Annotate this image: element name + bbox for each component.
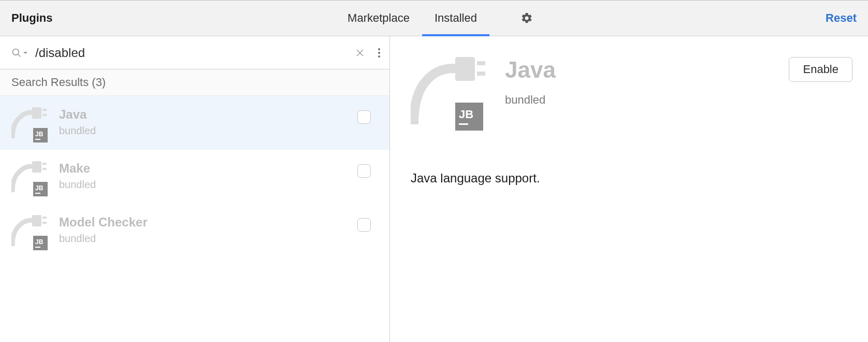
detail-sub: bundled: [505, 93, 789, 107]
plugin-enable-checkbox[interactable]: [357, 218, 371, 232]
search-input[interactable]: [28, 46, 355, 60]
plugin-icon: JB: [11, 215, 48, 246]
jetbrains-badge-icon: JB: [33, 182, 48, 196]
svg-rect-13: [455, 57, 475, 81]
results-header: Search Results (3): [0, 69, 389, 96]
plugin-item-model-checker[interactable]: JB Model Checker bundled: [0, 204, 389, 258]
jetbrains-badge-icon: JB: [455, 103, 483, 131]
reset-button[interactable]: Reset: [826, 11, 857, 25]
svg-rect-10: [32, 215, 41, 226]
svg-rect-11: [42, 217, 47, 219]
svg-rect-6: [42, 114, 47, 116]
plugin-sub: bundled: [59, 179, 357, 191]
svg-rect-12: [42, 222, 47, 224]
results-count: (3): [92, 76, 106, 89]
plugin-name: Java: [59, 107, 357, 122]
svg-rect-7: [32, 161, 41, 173]
close-icon[interactable]: [355, 48, 365, 58]
detail-description: Java language support.: [411, 171, 852, 186]
svg-rect-5: [42, 109, 47, 111]
svg-rect-15: [477, 72, 485, 76]
svg-rect-9: [42, 168, 47, 170]
left-panel: Search Results (3) JB Java bundled JB Ma…: [0, 36, 390, 342]
tab-installed[interactable]: Installed: [422, 1, 489, 36]
jetbrains-badge-icon: JB: [33, 128, 48, 142]
jetbrains-badge-icon: JB: [33, 236, 48, 250]
plugin-icon: JB: [11, 161, 48, 192]
header-bar: Plugins Marketplace Installed Reset: [0, 0, 868, 36]
plugin-sub: bundled: [59, 125, 357, 137]
detail-plugin-icon: JB: [411, 57, 488, 124]
plugin-item-make[interactable]: JB Make bundled: [0, 150, 389, 204]
svg-rect-14: [477, 61, 485, 65]
results-label: Search Results: [11, 76, 89, 89]
svg-rect-8: [42, 163, 47, 165]
plugin-sub: bundled: [59, 233, 357, 245]
page-title: Plugins: [0, 11, 52, 25]
plugin-name: Make: [59, 161, 357, 176]
kebab-menu-icon[interactable]: [374, 48, 384, 58]
enable-button[interactable]: Enable: [789, 57, 852, 82]
detail-title: Java: [505, 57, 789, 83]
chevron-down-icon[interactable]: [23, 50, 28, 55]
search-row: [0, 36, 389, 69]
plugin-enable-checkbox[interactable]: [357, 164, 371, 178]
gear-icon[interactable]: [520, 12, 533, 24]
search-icon: [11, 48, 22, 58]
tab-marketplace[interactable]: Marketplace: [335, 1, 422, 36]
svg-rect-4: [32, 107, 41, 119]
plugin-icon: JB: [11, 107, 48, 138]
tabs: Marketplace Installed: [335, 1, 533, 36]
plugin-name: Model Checker: [59, 215, 357, 230]
detail-panel: JB Java bundled Enable Java language sup…: [390, 36, 868, 342]
plugin-enable-checkbox[interactable]: [357, 110, 371, 124]
svg-point-0: [13, 49, 19, 55]
plugin-item-java[interactable]: JB Java bundled: [0, 96, 389, 150]
svg-line-1: [18, 54, 21, 56]
